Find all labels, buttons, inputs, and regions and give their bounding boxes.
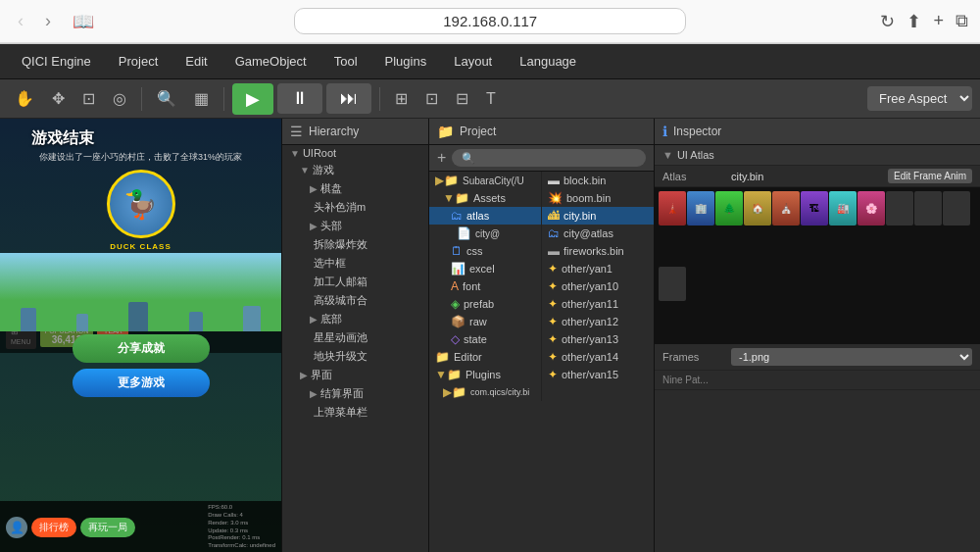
reload-button[interactable]: ↻ [880, 11, 895, 32]
project-add-button[interactable]: + [437, 149, 446, 167]
tree-item-head[interactable]: ▶ 头部 [282, 217, 428, 235]
back-button[interactable]: ‹ [12, 9, 29, 33]
file-css[interactable]: 🗒 css [429, 242, 541, 260]
sprite-11 [943, 191, 970, 226]
frames-select[interactable]: -1.png [731, 348, 972, 366]
tree-item-select[interactable]: 选中框 [282, 254, 428, 273]
arrow-head: ▶ [310, 221, 318, 231]
right-city-bin[interactable]: 🏙 city.bin [542, 207, 654, 225]
layout-grid-button[interactable]: ⊞ [388, 85, 415, 112]
right-yan1[interactable]: ✦ other/yan1 [542, 260, 654, 277]
tree-item-menu[interactable]: 上弹菜单栏 [282, 403, 428, 422]
label-stars: 星星动画池 [314, 330, 368, 345]
right-yan10[interactable]: ✦ other/yan10 [542, 277, 654, 295]
tree-item-stars[interactable]: 星星动画池 [282, 328, 428, 347]
tree-item-chess[interactable]: ▶ 棋盘 [282, 179, 428, 198]
sprite-5: ⛪ [772, 191, 800, 226]
section-arrow: ▼ [662, 149, 673, 161]
right-city-atlas[interactable]: 🗂 city@atlas [542, 225, 654, 242]
file-excel[interactable]: 📊 excel [429, 260, 541, 277]
file-subara[interactable]: ▶📁 SubaraCity(/U [429, 172, 541, 189]
tree-item-worker[interactable]: 加工人邮箱 [282, 273, 428, 291]
file-state[interactable]: ◇ state [429, 330, 541, 348]
bookmarks-button[interactable]: 📖 [67, 9, 100, 34]
game-bottom-bar: 👤 排行榜 再玩一局 FPS:60.0Draw Calls: 4Render: … [0, 501, 281, 552]
atlas-value: city.bin [731, 171, 888, 182]
label-assets: Assets [473, 192, 506, 204]
file-editor[interactable]: 📁 Editor [429, 348, 541, 366]
right-boom-bin[interactable]: 💥 boom.bin [542, 189, 654, 207]
layout-split-button[interactable]: ⊟ [449, 85, 475, 112]
tabs-button[interactable]: ⧉ [956, 11, 968, 31]
step-button[interactable]: ⏭ [326, 83, 371, 114]
right-block-bin[interactable]: ▬ block.bin [542, 172, 654, 189]
menu-plugins[interactable]: Plugins [371, 48, 441, 75]
hand-tool-button[interactable]: ✋ [8, 85, 41, 112]
fireworks-bin-icon: ▬ [548, 244, 560, 258]
text-tool-button[interactable]: T [479, 86, 503, 112]
main-layout: ⊞MENU POPULATION 36,413 YEAR 2068 游戏结束 你… [0, 119, 980, 552]
frames-label: Frames [662, 351, 731, 363]
right-yan11[interactable]: ✦ other/yan11 [542, 295, 654, 313]
zoom-button[interactable]: 🔍 [150, 85, 183, 112]
tree-item-head-color[interactable]: 头补色消m [282, 198, 428, 217]
aspect-select[interactable]: Free Aspect [867, 86, 972, 111]
pivot-tool-button[interactable]: ◎ [106, 85, 133, 112]
grid-button[interactable]: ▦ [187, 85, 216, 112]
menu-project[interactable]: Project [105, 48, 172, 75]
right-yan13[interactable]: ✦ other/yan13 [542, 330, 654, 348]
move-tool-button[interactable]: ✥ [45, 85, 72, 112]
menu-qici-engine[interactable]: QICI Engine [8, 48, 105, 75]
label-editor: Editor [454, 351, 482, 363]
project-search[interactable] [452, 149, 646, 167]
game-image: ⊞MENU POPULATION 36,413 YEAR 2068 游戏结束 你… [0, 119, 281, 552]
address-bar[interactable] [294, 8, 686, 34]
tree-item-bottom[interactable]: ▶ 底部 [282, 310, 428, 328]
separator-1 [141, 87, 142, 111]
tree-item-explode[interactable]: 拆除爆炸效 [282, 235, 428, 254]
css-icon: 🗒 [451, 244, 463, 258]
file-assets[interactable]: ▼📁 Assets [429, 189, 541, 207]
label-plugins: Plugins [466, 369, 501, 380]
layout-rect-button[interactable]: ⊡ [418, 85, 445, 112]
menu-language[interactable]: Language [506, 48, 590, 75]
rect-tool-button[interactable]: ⊡ [75, 85, 102, 112]
menu-layout[interactable]: Layout [440, 48, 506, 75]
tree-item-ui[interactable]: ▶ 界面 [282, 366, 428, 384]
tree-item-city[interactable]: 高级城市合 [282, 291, 428, 310]
file-prefab[interactable]: ◈ prefab [429, 295, 541, 313]
menu-tool[interactable]: Tool [320, 48, 371, 75]
file-plugins[interactable]: ▼📁 Plugins [429, 366, 541, 383]
new-tab-button[interactable]: + [933, 11, 944, 31]
label-worker: 加工人邮箱 [314, 275, 368, 289]
yan14-icon: ✦ [548, 350, 558, 364]
tree-item-uiroot[interactable]: ▼ UIRoot [282, 145, 428, 161]
right-yan12[interactable]: ✦ other/yan12 [542, 313, 654, 330]
file-city-at[interactable]: 📄 city@ [429, 225, 541, 242]
pause-button[interactable]: ⏸ [277, 83, 322, 114]
forward-button[interactable]: › [39, 9, 57, 33]
file-font[interactable]: A font [429, 277, 541, 295]
right-yan14[interactable]: ✦ other/yan14 [542, 348, 654, 366]
file-com-qics[interactable]: ▶📁 com.qics/city.bi [429, 383, 541, 401]
right-fireworks-bin[interactable]: ▬ fireworks.bin [542, 242, 654, 260]
play-button[interactable]: ▶ [232, 83, 273, 115]
tree-item-upgrade[interactable]: 地块升级文 [282, 347, 428, 366]
inspector-title: Inspector [673, 125, 721, 138]
file-raw[interactable]: 📦 raw [429, 313, 541, 330]
right-van15[interactable]: ✦ other/van15 [542, 366, 654, 383]
label-upgrade: 地块升级文 [314, 349, 368, 364]
more-games-button[interactable]: 更多游戏 [73, 369, 210, 397]
file-atlas[interactable]: 🗂 atlas [429, 207, 541, 225]
share-button[interactable]: 分享成就 [73, 334, 210, 363]
replay-button[interactable]: 再玩一局 [80, 518, 135, 537]
menu-edit[interactable]: Edit [172, 48, 220, 75]
menu-gameobject[interactable]: GameObject [221, 48, 320, 75]
tree-item-settlement[interactable]: ▶ 结算界面 [282, 384, 428, 403]
rank-button[interactable]: 排行榜 [31, 518, 76, 537]
edit-frame-anim-button[interactable]: Edit Frame Anim [888, 169, 972, 183]
tree-item-game[interactable]: ▼ 游戏 [282, 161, 428, 179]
yan10-icon: ✦ [548, 279, 558, 293]
label-excel: excel [469, 263, 495, 275]
share-button[interactable]: ⬆ [906, 11, 921, 32]
